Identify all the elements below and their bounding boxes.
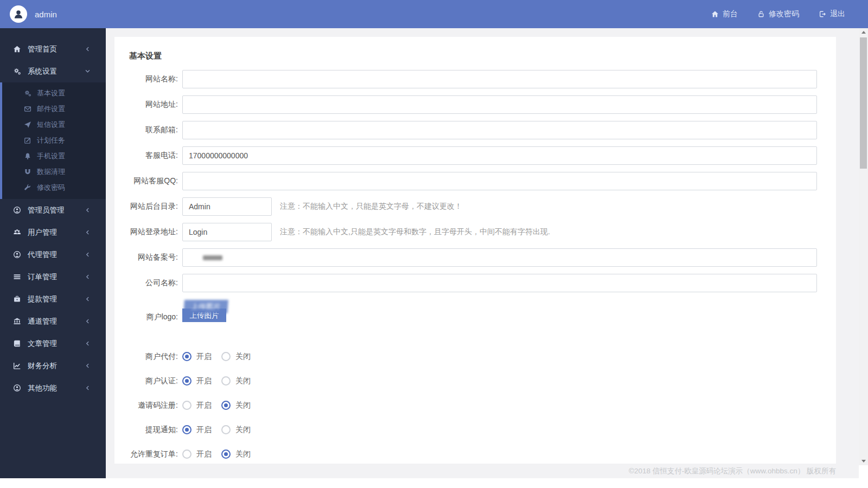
radio-option-off[interactable]: 关闭 (221, 425, 251, 435)
bank-icon (13, 317, 21, 325)
sidebar-item-article-management[interactable]: 文章管理 (0, 332, 106, 355)
submenu-item-scheduled-tasks[interactable]: 计划任务 (2, 132, 106, 148)
radio-option-off[interactable]: 关闭 (221, 450, 251, 459)
radio-circle[interactable] (182, 352, 192, 361)
upload-image-button[interactable]: 上传图片 (182, 309, 226, 322)
gears-icon (24, 89, 31, 97)
bell-icon (24, 152, 31, 160)
submenu-item-label: 修改密码 (37, 183, 65, 192)
top-header: admin 前台 修改密码 退出 (0, 0, 868, 28)
system-settings-submenu: 基本设置 邮件设置 短信设置 计划任务 手机设置 数据清理 (0, 82, 106, 199)
list-icon (13, 273, 21, 281)
sidebar-item-agent-management[interactable]: 代理管理 (0, 243, 106, 266)
user-circle-icon (13, 384, 21, 392)
wrench-icon (24, 184, 31, 191)
radio-option-on[interactable]: 开启 (182, 450, 212, 459)
icp-number-input[interactable] (182, 248, 817, 267)
triangle-down-icon (861, 460, 866, 463)
sidebar-item-other-functions[interactable]: 其他功能 (0, 377, 106, 399)
chevron-left-icon (85, 385, 91, 391)
sidebar-item-label: 文章管理 (28, 339, 57, 349)
site-url-input[interactable] (182, 95, 817, 114)
submenu-item-mail-settings[interactable]: 邮件设置 (2, 101, 106, 117)
radio-circle[interactable] (221, 376, 231, 386)
submenu-item-basic-settings[interactable]: 基本设置 (2, 85, 106, 101)
radio-circle[interactable] (221, 425, 231, 434)
field-label: 提现通知: (129, 425, 182, 435)
radio-circle[interactable] (221, 352, 231, 361)
radio-option-off[interactable]: 关闭 (221, 352, 251, 362)
scroll-up-button[interactable] (859, 28, 868, 36)
radio-option-label: 开启 (196, 376, 212, 386)
submenu-item-label: 基本设置 (37, 88, 65, 98)
radio-circle[interactable] (182, 450, 192, 459)
sidebar-item-admin-management[interactable]: 管理员管理 (0, 199, 106, 221)
radio-option-label: 关闭 (235, 352, 251, 362)
magnet-icon (24, 168, 31, 176)
submenu-item-mobile-settings[interactable]: 手机设置 (2, 148, 106, 164)
sidebar-item-label: 财务分析 (28, 361, 57, 371)
radio-option-label: 关闭 (235, 376, 251, 386)
radio-option-off[interactable]: 关闭 (221, 376, 251, 386)
avatar (10, 5, 27, 23)
form-row: 网站登录地址: 注意：不能输入中文,只能是英文字母和数字，且字母开头，中间不能有… (129, 223, 836, 241)
main-content: 基本设置 网站名称: 网站地址: 联系邮箱: 客服电话: 网站客服QQ: (106, 28, 859, 478)
users-icon (13, 228, 21, 236)
admin-directory-input[interactable] (182, 197, 272, 216)
unlock-icon (757, 10, 765, 18)
sidebar-menu: 管理首页 系统设置 基本设置 邮件设置 短信设置 计划任务 (0, 28, 106, 399)
vertical-scrollbar[interactable] (859, 28, 868, 465)
form-row-merchant-logo: 商户logo: 上传图片 上传图片 (129, 298, 836, 322)
submenu-item-sms-settings[interactable]: 短信设置 (2, 117, 106, 132)
nav-frontend-link[interactable]: 前台 (711, 9, 738, 19)
radio-row-invite-code-register: 邀请码注册: 开启 关闭 (129, 396, 836, 414)
radio-option-off[interactable]: 关闭 (221, 401, 251, 410)
sidebar-item-admin-home[interactable]: 管理首页 (0, 38, 106, 60)
field-label: 网站登录地址: (129, 227, 182, 237)
sign-out-icon (819, 10, 826, 18)
scroll-down-button[interactable] (859, 457, 868, 465)
paper-plane-icon (24, 121, 31, 129)
radio-circle[interactable] (221, 450, 231, 459)
radio-row-merchant-verification: 商户认证: 开启 关闭 (129, 372, 836, 390)
scrollbar-thumb[interactable] (860, 37, 867, 169)
form-row: 公司名称: (129, 274, 836, 292)
radio-option-on[interactable]: 开启 (182, 401, 212, 410)
sidebar-item-withdrawal-management[interactable]: 提款管理 (0, 288, 106, 310)
company-name-input[interactable] (182, 274, 817, 292)
chevron-left-icon (85, 363, 91, 369)
sidebar-item-system-settings[interactable]: 系统设置 (0, 60, 106, 82)
brand: admin (0, 5, 57, 23)
radio-option-on[interactable]: 开启 (182, 376, 212, 386)
submenu-item-data-cleanup[interactable]: 数据清理 (2, 164, 106, 179)
nav-change-password-link[interactable]: 修改密码 (757, 9, 799, 19)
service-qq-input[interactable] (182, 172, 817, 190)
radio-option-label: 开启 (196, 352, 212, 362)
form-row: 网站备案号: (129, 248, 836, 267)
field-label: 商户认证: (129, 376, 182, 386)
service-phone-input[interactable] (182, 146, 817, 165)
sidebar-item-label: 提款管理 (28, 294, 57, 304)
radio-circle[interactable] (221, 401, 231, 410)
field-label: 网站后台目录: (129, 202, 182, 211)
contact-email-input[interactable] (182, 121, 817, 139)
nav-logout-link[interactable]: 退出 (819, 9, 845, 19)
sidebar-item-finance-analysis[interactable]: 财务分析 (0, 355, 106, 377)
radio-option-on[interactable]: 开启 (182, 425, 212, 435)
sidebar-item-order-management[interactable]: 订单管理 (0, 266, 106, 288)
sidebar-item-user-management[interactable]: 用户管理 (0, 221, 106, 243)
radio-circle[interactable] (182, 401, 192, 410)
field-label: 允许重复订单: (129, 450, 182, 459)
submenu-item-change-password[interactable]: 修改密码 (2, 179, 106, 195)
field-label: 网站客服QQ: (129, 176, 182, 186)
page-title: 基本设置 (114, 37, 836, 61)
radio-option-label: 关闭 (235, 401, 251, 410)
radio-circle[interactable] (182, 425, 192, 434)
login-address-input[interactable] (182, 223, 272, 241)
copyright-text: ©2018 信恒支付-欧皇源码论坛演示（www.ohbbs.cn） 版权所有 (629, 466, 836, 476)
radio-option-on[interactable]: 开启 (182, 352, 212, 362)
radio-circle[interactable] (182, 376, 192, 386)
radio-row-merchant-payout: 商户代付: 开启 关闭 (129, 348, 836, 365)
site-name-input[interactable] (182, 70, 817, 88)
sidebar-item-channel-management[interactable]: 通道管理 (0, 310, 106, 332)
